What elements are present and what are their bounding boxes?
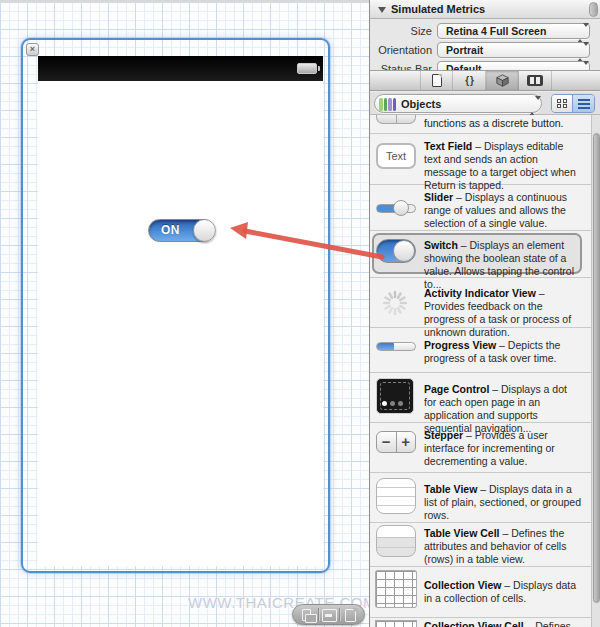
table-view-icon	[376, 478, 416, 514]
page-control-icon	[376, 378, 414, 414]
xcode-interface-builder: × ON WWW.THAICREATE.COM Simulated Metric…	[0, 0, 600, 627]
objects-filter-bar: Objects	[370, 92, 600, 115]
item-title: Collection View	[424, 579, 501, 591]
braces-icon: { }	[465, 75, 473, 86]
status-bar-label: Status Bar	[370, 63, 432, 70]
film-icon	[527, 75, 543, 86]
segmented-control-icon	[376, 115, 416, 124]
switch-control[interactable]: ON	[148, 219, 215, 242]
library-item-text-field[interactable]: Text Text Field – Displays editable text…	[370, 133, 591, 184]
inspector-title: Simulated Metrics	[391, 3, 485, 15]
popup-arrows-icon	[529, 100, 536, 112]
library-books-icon	[379, 98, 396, 111]
item-title: Text Field	[424, 140, 472, 152]
document-icon	[432, 74, 442, 87]
grid-view-button[interactable]	[552, 95, 573, 112]
simulated-status-bar	[38, 56, 323, 81]
library-item-activity-indicator[interactable]: Activity Indicator View – Provides feedb…	[370, 277, 591, 327]
collection-view-icon	[376, 571, 416, 607]
library-item-table-view[interactable]: Table View – Displays data in a list of …	[370, 472, 591, 522]
item-title: Slider	[424, 191, 453, 203]
item-title: Progress View	[424, 339, 496, 351]
library-item-segmented-control-partial[interactable]: functions as a discrete button.	[370, 115, 591, 133]
library-scrollbar[interactable]	[591, 115, 600, 627]
library-item-switch[interactable]: Switch – Displays an element showing the…	[370, 230, 591, 277]
switch-thumb	[193, 219, 216, 242]
library-chooser-bar: { }	[370, 70, 600, 91]
library-item-collection-view[interactable]: Collection View – Displays data in a col…	[370, 566, 591, 617]
switch-icon	[376, 239, 416, 263]
status-bar-row: Status Bar Default	[370, 61, 600, 70]
status-bar-popup[interactable]: Default	[437, 61, 590, 70]
inspector-scrollbar-thumb[interactable]	[589, 2, 598, 17]
text-field-icon: Text	[376, 143, 416, 169]
spinner-icon	[381, 289, 409, 319]
item-title: Stepper	[424, 429, 463, 441]
media-library-button[interactable]	[519, 71, 552, 90]
item-title: Table View	[424, 483, 477, 495]
orientation-label: Orientation	[370, 44, 432, 56]
grid-icon	[557, 99, 567, 109]
utilities-panel: Simulated Metrics Size Retina 4 Full Scr…	[369, 0, 600, 627]
disclosure-triangle-icon[interactable]	[378, 7, 386, 13]
stepper-icon: −+	[376, 431, 416, 453]
scene-close-button[interactable]: ×	[26, 43, 39, 56]
library-item-stepper[interactable]: −+ Stepper – Provides a user interface f…	[370, 422, 591, 472]
view-controller-scene: ×	[21, 38, 330, 573]
slider-icon	[376, 200, 416, 216]
frames-icon[interactable]	[301, 609, 315, 621]
size-label: Size	[370, 25, 432, 37]
item-title: Collection View Cell	[424, 620, 524, 627]
collection-view-cell-icon	[376, 621, 416, 627]
code-snippets-library-button[interactable]: { }	[453, 71, 486, 90]
size-row: Size Retina 4 Full Screen	[370, 23, 600, 40]
view-background	[38, 81, 323, 566]
battery-icon	[297, 63, 317, 74]
library-scrollbar-thumb[interactable]	[593, 133, 600, 603]
object-library-button[interactable]	[486, 71, 519, 90]
item-title: Switch	[424, 239, 458, 251]
library-item-collection-view-cell[interactable]: Collection View Cell – Defines the	[370, 617, 591, 627]
switch-on-label: ON	[161, 223, 180, 237]
window-icon[interactable]	[322, 609, 336, 621]
page-icon[interactable]	[343, 609, 357, 621]
storyboard-canvas: × ON WWW.THAICREATE.COM	[0, 0, 370, 627]
library-item-table-view-cell[interactable]: Table View Cell – Defines the attributes…	[370, 522, 591, 566]
item-title: Activity Indicator View	[424, 287, 536, 299]
popup-arrows-icon	[577, 46, 584, 58]
cube-icon	[496, 74, 509, 87]
library-item-slider[interactable]: Slider – Displays a continuous range of …	[370, 184, 591, 230]
table-view-cell-icon	[376, 525, 416, 557]
library-item-page-control[interactable]: Page Control – Displays a dot for each o…	[370, 372, 591, 422]
list-view-button[interactable]	[573, 95, 594, 112]
view-mode-toggle	[551, 94, 595, 113]
orientation-row: Orientation Portrait	[370, 42, 600, 59]
simulated-metrics-fields: Size Retina 4 Full Screen Orientation Po…	[370, 19, 600, 70]
item-title: Table View Cell	[424, 527, 499, 539]
popup-arrows-icon	[577, 27, 584, 39]
objects-dropdown[interactable]: Objects	[374, 94, 542, 113]
item-title: Page Control	[424, 383, 489, 395]
progress-bar-icon	[376, 342, 416, 351]
file-templates-library-button[interactable]	[420, 71, 453, 90]
size-popup[interactable]: Retina 4 Full Screen	[437, 23, 590, 39]
list-icon	[578, 99, 590, 109]
simulated-metrics-header: Simulated Metrics	[370, 0, 600, 19]
canvas-control-bar	[292, 604, 365, 625]
orientation-popup[interactable]: Portrait	[437, 42, 590, 58]
library-item-progress-view[interactable]: Progress View – Depicts the progress of …	[370, 327, 591, 372]
